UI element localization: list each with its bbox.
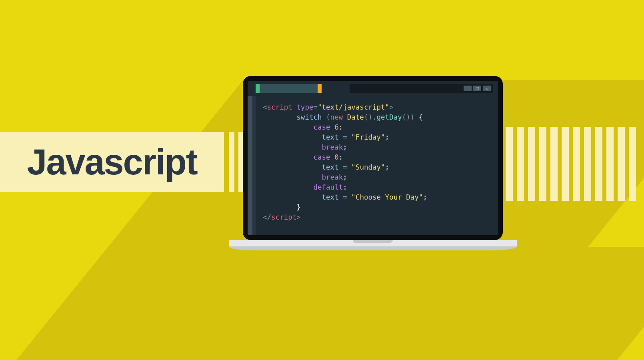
editor-tab-active [260, 84, 318, 93]
editor-screen: — ❐ x <script type="text/javascript"> sw… [248, 81, 498, 235]
laptop-illustration: — ❐ x <script type="text/javascript"> sw… [229, 76, 517, 246]
laptop-screen-bezel: — ❐ x <script type="text/javascript"> sw… [243, 76, 503, 240]
editor-minimap-bar [248, 96, 252, 235]
title-band: Javascript [0, 132, 224, 192]
close-icon: x [483, 86, 491, 91]
editor-gutter [252, 96, 256, 235]
decor-stripes-right [506, 127, 636, 201]
code-block: <script type="text/javascript"> switch (… [263, 102, 494, 222]
laptop-base-shadow [0, 247, 644, 360]
editor-accent-green [256, 84, 260, 93]
minimize-icon: — [464, 86, 472, 91]
editor-tabbar: — ❐ x [256, 84, 493, 93]
laptop-notch [353, 240, 393, 243]
maximize-icon: ❐ [473, 86, 481, 91]
page-title: Javascript [27, 142, 197, 183]
editor-titlebar: — ❐ x [350, 84, 493, 93]
laptop-base [229, 240, 517, 246]
editor-accent-orange [318, 84, 322, 93]
